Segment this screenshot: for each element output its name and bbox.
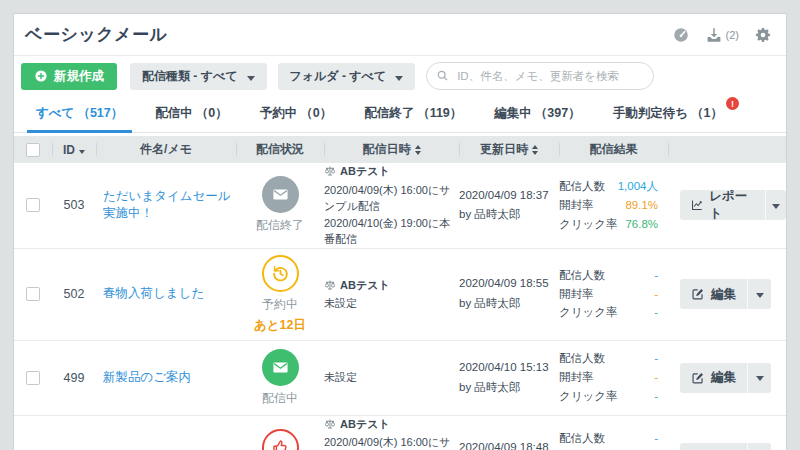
download-count: (2) <box>726 29 739 41</box>
tab-all[interactable]: すべて（517） <box>27 96 132 132</box>
status-cell: 配信中 <box>236 343 324 413</box>
tab-count: （0） <box>196 106 228 120</box>
tab-label: 手動判定待ち <box>613 106 688 120</box>
result-values: - - - <box>618 429 658 450</box>
row-checkbox[interactable] <box>26 371 40 385</box>
balance-scale-icon <box>324 418 336 430</box>
action-menu-button[interactable] <box>748 279 771 309</box>
subject-link[interactable]: 新製品のご案内 <box>96 369 236 387</box>
edit-button[interactable]: 編集 <box>680 363 747 393</box>
action-menu-button[interactable] <box>748 443 771 450</box>
pencil-square-icon <box>691 371 705 385</box>
line-chart-icon <box>691 198 703 212</box>
dashboard-gauge-icon[interactable] <box>672 26 690 44</box>
select-all-checkbox[interactable] <box>26 143 40 157</box>
edit-button[interactable]: 編集 <box>680 279 747 309</box>
results-cell: 配信人数 開封率 クリック率 1,004人 89.1% 76.8% <box>559 177 668 234</box>
search-box <box>426 62 654 90</box>
plus-circle-icon <box>34 69 48 83</box>
updated-by: by 品時太郎 <box>459 378 559 398</box>
chevron-down-icon <box>756 376 764 381</box>
tab-finished[interactable]: 配信終了（119） <box>355 96 471 132</box>
open-rate-value: - <box>618 368 658 387</box>
recipients-label: 配信人数 <box>559 429 618 448</box>
recipients-label: 配信人数 <box>559 266 618 285</box>
header-updated[interactable]: 更新日時 <box>459 136 559 163</box>
status-label: 予約中 <box>262 296 298 313</box>
edit-button-group: 編集 <box>680 363 771 393</box>
new-mail-label: 新規作成 <box>54 68 104 85</box>
row-checkbox-cell <box>14 287 52 301</box>
click-rate-value: - <box>618 303 658 322</box>
tab-scheduled[interactable]: 予約中（0） <box>251 96 341 132</box>
gear-icon[interactable] <box>754 26 772 44</box>
row-checkbox[interactable] <box>26 198 40 212</box>
report-button-group: レポート <box>680 190 786 220</box>
status-cell: 手動判定待ち <box>236 423 324 450</box>
tab-delivering[interactable]: 配信中（0） <box>146 96 236 132</box>
status-tabs: すべて（517） 配信中（0） 予約中（0） 配信終了（119） 編集中（397… <box>14 96 786 133</box>
header-result: 配信結果 <box>559 136 668 163</box>
results-cell: 配信人数 開封率 クリック率 - - - <box>559 429 668 450</box>
schedule-cell: 未設定 <box>324 369 459 386</box>
row-checkbox-cell <box>14 371 52 385</box>
action-cell: 編集 <box>668 443 786 450</box>
ab-test-line: ABテスト <box>324 277 453 294</box>
ab-test-line: ABテスト <box>324 416 453 433</box>
action-menu-button[interactable] <box>766 190 786 220</box>
status-label: 配信終了 <box>256 217 304 234</box>
delivery-type-label: 配信種類 - すべて <box>142 68 238 85</box>
updated-at: 2020/04/09 18:48 <box>459 438 559 450</box>
download-tray-icon[interactable]: (2) <box>705 26 739 44</box>
row-checkbox[interactable] <box>26 287 40 301</box>
updated-cell: 2020/04/09 18:55 by 品時太郎 <box>459 274 559 313</box>
schedule-line: 2020/04/10(金) 19:00に本番配信 <box>324 215 453 248</box>
schedule-line: 未設定 <box>324 295 453 312</box>
chevron-down-icon <box>247 76 255 81</box>
action-cell: 編集 <box>668 363 786 393</box>
updated-by: by 品時太郎 <box>459 294 559 314</box>
header-id[interactable]: ID <box>52 136 96 163</box>
header-actions <box>668 136 786 163</box>
report-button[interactable]: レポート <box>680 190 765 220</box>
tab-label: 予約中 <box>260 106 298 120</box>
result-values: - - - <box>618 266 658 323</box>
action-cell: 編集 <box>668 279 786 309</box>
action-menu-button[interactable] <box>748 363 771 393</box>
folder-dropdown[interactable]: フォルダ - すべて <box>278 63 416 90</box>
balance-scale-icon <box>324 279 336 291</box>
tab-count: （397） <box>535 106 581 120</box>
subject-link[interactable]: ただいまタイムセール実施中！ <box>96 188 236 223</box>
titlebar-actions: (2) <box>672 26 772 44</box>
report-label: レポート <box>709 190 754 220</box>
chevron-down-icon <box>395 76 403 81</box>
toolbar: 新規作成 配信種類 - すべて フォルダ - すべて <box>14 56 786 96</box>
tab-count: （119） <box>417 106 462 120</box>
table-header: ID 件名/メモ 配信状況 配信日時 更新日時 配信結果 <box>14 136 786 163</box>
updated-by: by 品時太郎 <box>459 205 559 225</box>
edit-label: 編集 <box>711 286 736 303</box>
mail-id: 503 <box>52 198 96 212</box>
open-rate-label: 開封率 <box>559 196 618 215</box>
header-subject-label: 件名/メモ <box>140 141 192 158</box>
header-delivery[interactable]: 配信日時 <box>324 136 459 163</box>
tab-label: すべて <box>36 106 74 120</box>
balance-scale-icon <box>324 165 336 177</box>
click-rate-label: クリック率 <box>559 387 618 406</box>
open-rate-label: 開封率 <box>559 368 618 387</box>
tab-manual-judge[interactable]: 手動判定待ち（1） ! <box>604 96 732 132</box>
search-input[interactable] <box>426 62 654 90</box>
new-mail-button[interactable]: 新規作成 <box>21 63 117 90</box>
tab-editing[interactable]: 編集中（397） <box>485 96 589 132</box>
folder-label: フォルダ - すべて <box>290 68 387 85</box>
open-rate-value: 89.1% <box>618 196 658 215</box>
schedule-cell: ABテスト 2020/04/09(木) 16:00にサンプル配信 2020/04… <box>324 163 459 248</box>
subject-link[interactable]: 春物入荷しました <box>96 285 236 303</box>
pencil-square-icon <box>691 287 705 301</box>
table-row: 499 新製品のご案内 配信中 未設定 2020/04/10 15:13 by … <box>14 341 786 416</box>
thumbs-up-icon <box>262 429 299 450</box>
action-cell: レポート <box>668 190 786 220</box>
result-labels: 配信人数 開封率 クリック率 <box>559 349 618 406</box>
delivery-type-dropdown[interactable]: 配信種類 - すべて <box>130 63 267 90</box>
edit-button[interactable]: 編集 <box>680 443 747 450</box>
